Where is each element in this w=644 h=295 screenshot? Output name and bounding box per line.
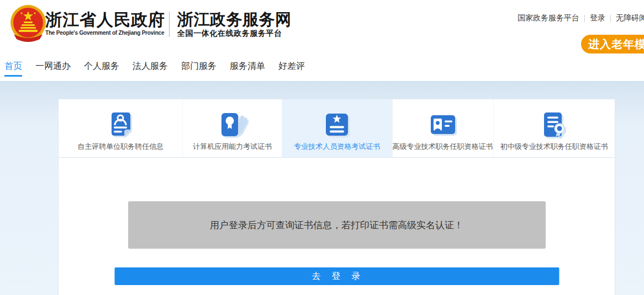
site-header: 浙江省人民政府 The People's Government of Zheji… (0, 0, 644, 53)
nav-item-legal-services[interactable]: 法人服务 (133, 61, 168, 77)
nav-item-home[interactable]: 首页 (4, 61, 22, 77)
login-required-notice: 用户登录后方可查询证书信息，若打印证书需高级实名认证！ (128, 201, 546, 249)
main-nav: 首页 一网通办 个人服务 法人服务 部门服务 服务清单 好差评 (0, 53, 644, 81)
site-subtitle: 全国一体化在线政务服务平台 (177, 29, 282, 39)
tab-label: 专业技术人员资格考试证书 (294, 142, 380, 152)
page: 浙江省人民政府 The People's Government of Zheji… (0, 0, 644, 295)
tab-label: 高级专业技术职务任职资格证书 (393, 142, 493, 152)
tab-label: 初中级专业技术职务任职资格证书 (500, 142, 608, 152)
tab-self-appointment-info[interactable]: 自主评聘单位职务聘任信息 (59, 99, 182, 157)
national-emblem-icon (7, 4, 49, 42)
resume-person-icon (106, 110, 135, 139)
link-separator (610, 15, 611, 22)
nav-item-one-network[interactable]: 一网通办 (35, 61, 71, 77)
link-national-platform[interactable]: 国家政务服务平台 (518, 13, 579, 23)
nav-item-service-list[interactable]: 服务清单 (230, 61, 265, 77)
gov-subtitle: The People's Government of Zhejiang Prov… (45, 30, 164, 36)
tab-label: 计算机应用能力考试证书 (193, 142, 272, 152)
link-separator (584, 15, 585, 22)
link-login[interactable]: 登录 (590, 13, 605, 23)
tab-label: 自主评聘单位职务聘任信息 (77, 142, 163, 152)
link-accessibility[interactable]: 无障碍阅览 (616, 13, 644, 23)
tab-junior-mid-professional-cert[interactable]: 初中级专业技术职务任职资格证书 (493, 99, 615, 157)
header-divider (169, 12, 170, 37)
id-card-icon (429, 110, 457, 139)
certificate-card: 自主评聘单位职务聘任信息 计算机应用能力考试证书 (58, 99, 615, 295)
document-seal-icon (540, 110, 568, 139)
top-links: 国家政务服务平台 登录 无障碍阅览 (518, 13, 644, 23)
certificate-tabs: 自主评聘单位职务聘任信息 计算机应用能力考试证书 (59, 99, 615, 158)
site-title: 浙江政务服务网 (177, 9, 292, 31)
certificate-medal-icon (218, 110, 247, 139)
content-area: 自主评聘单位职务聘任信息 计算机应用能力考试证书 (0, 81, 644, 295)
elder-mode-button[interactable]: 进入老年模式 (581, 35, 644, 53)
nav-item-review[interactable]: 好差评 (278, 61, 305, 77)
star-certificate-icon (323, 110, 351, 139)
tab-computer-ability-cert[interactable]: 计算机应用能力考试证书 (182, 99, 282, 157)
nav-item-department-services[interactable]: 部门服务 (181, 61, 217, 77)
tab-panel: 用户登录后方可查询证书信息，若打印证书需高级实名认证！ 去 登 录 (59, 158, 615, 295)
tab-professional-exam-cert[interactable]: 专业技术人员资格考试证书 (282, 99, 392, 157)
gov-title: 浙江省人民政府 (45, 9, 165, 31)
go-login-button[interactable]: 去 登 录 (114, 267, 559, 285)
nav-items: 首页 一网通办 个人服务 法人服务 部门服务 服务清单 好差评 (4, 61, 305, 77)
tab-senior-professional-cert[interactable]: 高级专业技术职务任职资格证书 (392, 99, 493, 157)
nav-item-personal-services[interactable]: 个人服务 (84, 61, 119, 77)
